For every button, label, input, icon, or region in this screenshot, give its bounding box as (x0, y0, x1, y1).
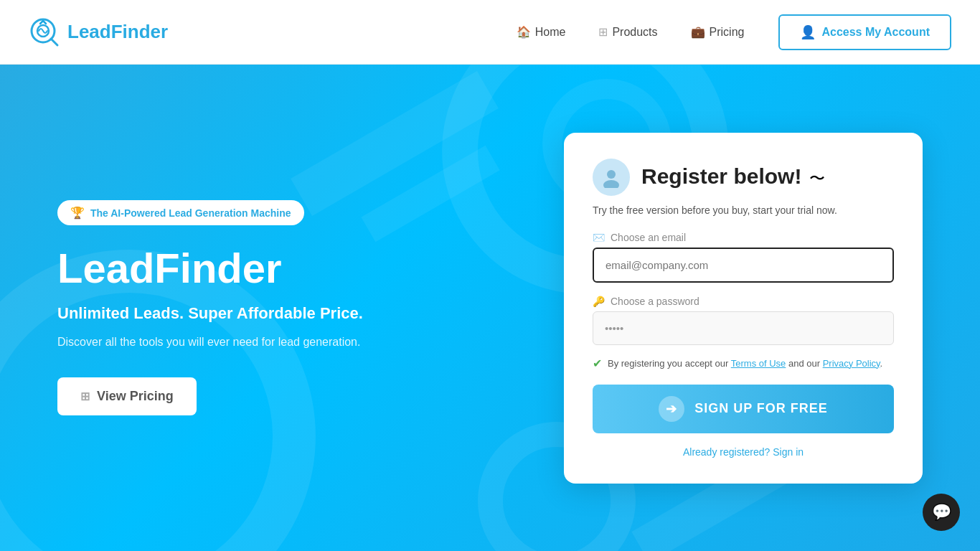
email-label: Choose an email (611, 232, 686, 243)
hero-subtitle: Unlimited Leads. Super Affordable Price. (57, 304, 564, 323)
signup-button[interactable]: ➔ SIGN UP FOR FREE (593, 385, 894, 433)
hero-right: Register below! 〜 Try the free version b… (564, 133, 923, 484)
hero-section: 🏆 The AI-Powered Lead Generation Machine… (0, 65, 980, 551)
user-icon: 👤 (800, 24, 816, 40)
register-header: Register below! 〜 (593, 159, 894, 196)
nav-home[interactable]: 🏠 Home (504, 19, 579, 44)
register-title: Register below! (641, 164, 801, 188)
squiggle-icon: 〜 (809, 169, 825, 187)
password-label-icon: 🔑 (593, 296, 605, 307)
pricing-btn-icon: ⊞ (80, 390, 90, 403)
hero-left: 🏆 The AI-Powered Lead Generation Machine… (57, 200, 564, 415)
view-pricing-button[interactable]: ⊞ View Pricing (57, 377, 197, 415)
svg-point-3 (607, 170, 616, 179)
logo-icon (29, 17, 60, 48)
email-label-icon: ✉️ (593, 232, 605, 243)
terms-check-icon: ✔ (593, 357, 602, 370)
email-input[interactable] (593, 248, 894, 283)
email-label-row: ✉️ Choose an email (593, 232, 894, 243)
svg-line-2 (51, 39, 57, 45)
logo-finder: Finder (111, 21, 168, 42)
privacy-policy-link[interactable]: Privacy Policy (823, 358, 880, 369)
hero-badge: 🏆 The AI-Powered Lead Generation Machine (57, 200, 304, 225)
nav-products[interactable]: ⊞ Products (585, 19, 670, 44)
badge-text: The AI-Powered Lead Generation Machine (90, 207, 291, 219)
nav-products-label: Products (612, 26, 657, 39)
register-title-area: Register below! 〜 (641, 164, 825, 189)
products-icon: ⊞ (598, 25, 608, 39)
signin-link[interactable]: Already registered? Sign in (593, 446, 894, 458)
signup-arrow-icon: ➔ (659, 396, 684, 422)
home-icon: 🏠 (517, 25, 531, 39)
terms-row: ✔ By registering you accept our Terms of… (593, 357, 894, 370)
register-card: Register below! 〜 Try the free version b… (564, 133, 923, 484)
nav-links: 🏠 Home ⊞ Products 💼 Pricing 👤 Access My … (504, 14, 951, 50)
logo[interactable]: LeadFinder (29, 17, 168, 48)
chat-bubble-button[interactable]: 💬 (923, 494, 960, 531)
trophy-icon: 🏆 (70, 206, 85, 220)
hero-description: Discover all the tools you will ever nee… (57, 336, 416, 349)
password-label-row: 🔑 Choose a password (593, 296, 894, 307)
access-my-account-button[interactable]: 👤 Access My Account (778, 14, 951, 50)
logo-lead: Lead (67, 21, 111, 42)
nav-pricing-label: Pricing (710, 26, 745, 39)
terms-text: By registering you accept our Terms of U… (608, 358, 882, 369)
access-label: Access My Account (821, 26, 930, 39)
terms-of-use-link[interactable]: Terms of Use (731, 358, 786, 369)
password-input[interactable] (593, 311, 894, 345)
password-label: Choose a password (611, 296, 699, 307)
signup-label: SIGN UP FOR FREE (694, 401, 828, 416)
nav-home-label: Home (535, 26, 566, 39)
nav-pricing[interactable]: 💼 Pricing (678, 19, 758, 44)
hero-title: LeadFinder (57, 245, 564, 291)
view-pricing-label: View Pricing (97, 389, 174, 404)
svg-point-4 (603, 180, 619, 188)
pricing-icon: 💼 (691, 25, 705, 39)
avatar (593, 159, 630, 196)
register-description: Try the free version before you buy, sta… (593, 204, 894, 216)
logo-text: LeadFinder (67, 21, 168, 43)
chat-icon: 💬 (932, 503, 951, 522)
navbar: LeadFinder 🏠 Home ⊞ Products 💼 Pricing 👤… (0, 0, 980, 65)
